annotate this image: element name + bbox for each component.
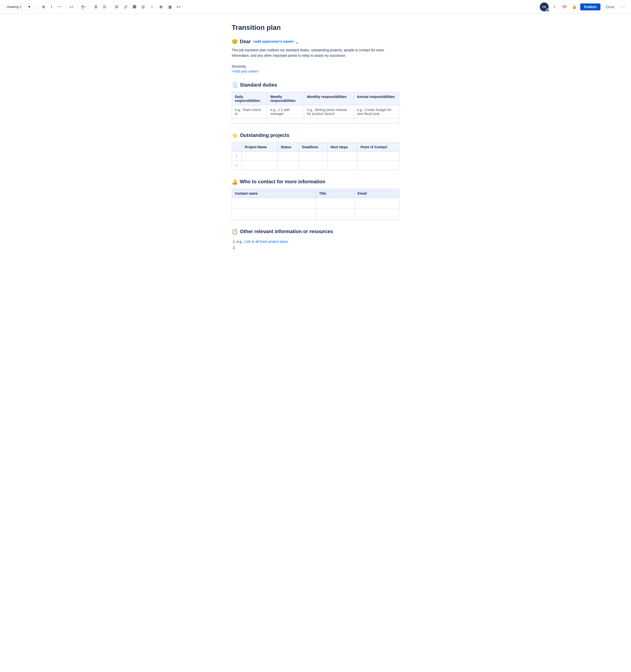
image-icon: 🖼 — [133, 5, 136, 9]
td-weekly-2[interactable] — [267, 118, 304, 123]
table-row — [232, 198, 399, 209]
insert-more-button[interactable]: + ▼ — [175, 3, 183, 11]
list-item-2[interactable] — [236, 245, 399, 251]
td-monthly-2[interactable] — [304, 118, 354, 123]
task-button[interactable]: ☑ — [112, 3, 121, 11]
standard-duties-heading: 🗒️ Standard duties — [232, 82, 399, 88]
greeting-emoji: 😊 — [232, 39, 238, 44]
td-contact-email-2[interactable] — [354, 209, 399, 220]
td-weekly-1[interactable]: e.g., 1:1 with manager — [267, 105, 304, 118]
avatar-initials: CK — [542, 5, 546, 8]
outstanding-projects-section: ⭐ Outstanding projects Project Name Stat… — [232, 133, 399, 170]
th-point-of-contact: Point of Contact — [357, 142, 399, 151]
layout-button[interactable]: ▥ — [166, 3, 174, 11]
doc-title[interactable]: Transition plan — [232, 24, 399, 31]
color-button[interactable]: A ▼ — [80, 3, 87, 11]
emoji-button[interactable]: ☺ — [148, 3, 156, 11]
table-row: e.g., Team check in e.g., 1:1 with manag… — [232, 105, 399, 118]
td-project-name-1[interactable] — [242, 151, 278, 161]
mention-icon: @ — [142, 5, 145, 9]
td-contact-name-1[interactable] — [232, 198, 316, 209]
standard-duties-table: Daily responsibilities Weekly responsibi… — [232, 92, 399, 124]
th-next-steps: Next steps — [327, 142, 357, 151]
italic-button[interactable]: I — [48, 3, 55, 11]
th-contact-name: Contact name — [232, 189, 316, 198]
contacts-heading: 🔔 Who to contact for more information — [232, 179, 399, 185]
link-button[interactable]: 🔗 — [122, 3, 129, 11]
image-button[interactable]: 🖼 — [130, 3, 138, 11]
contacts-title: Who to contact for more information — [240, 179, 325, 185]
td-poc-2[interactable] — [357, 161, 399, 170]
intro-paragraph[interactable]: This job transition plan outlines my sta… — [232, 47, 399, 58]
th-status: Status — [278, 142, 299, 151]
bullet-list-button[interactable]: ☰ — [92, 3, 100, 11]
lock-button[interactable]: 🔒 — [570, 3, 578, 11]
td-annual-2[interactable] — [354, 118, 399, 123]
standard-duties-section: 🗒️ Standard duties Daily responsibilitie… — [232, 82, 399, 124]
table-button[interactable]: ⊞ — [157, 3, 165, 11]
standard-duties-title: Standard duties — [240, 82, 277, 88]
td-row-num-2: 2 — [232, 161, 242, 170]
divider-3 — [77, 4, 78, 10]
td-poc-1[interactable] — [357, 151, 399, 161]
mention-button[interactable]: @ — [139, 3, 147, 11]
td-status-2[interactable] — [278, 161, 299, 170]
heading-selector[interactable]: Heading 2 ▼ — [4, 4, 33, 10]
content-area: Transition plan 😊 Dear <add supervisor's… — [222, 24, 409, 271]
avatar[interactable]: CK G — [540, 2, 549, 11]
numbered-list-button[interactable]: ☷ — [101, 3, 108, 11]
standard-duties-emoji: 🗒️ — [232, 82, 238, 88]
td-contact-name-2[interactable] — [232, 209, 316, 220]
supervisor-name-placeholder[interactable]: <add supervisor's name> — [253, 40, 294, 43]
td-contact-email-1[interactable] — [354, 198, 399, 209]
outstanding-projects-emoji: ⭐ — [232, 133, 238, 138]
td-deadlines-2[interactable] — [299, 161, 327, 170]
td-project-name-2[interactable] — [242, 161, 278, 170]
close-button[interactable]: Close — [602, 3, 617, 10]
td-next-steps-2[interactable] — [327, 161, 357, 170]
add-collaborator-button[interactable]: + — [551, 3, 558, 11]
link-icon: 🔗 — [124, 5, 128, 9]
td-contact-title-1[interactable] — [316, 198, 354, 209]
more-format-button[interactable]: ··· — [55, 3, 64, 11]
greeting-text: Dear — [240, 39, 251, 44]
contacts-table: Contact name Title Email — [232, 189, 399, 220]
list-item-link-1[interactable]: Link to all team project plans — [244, 240, 288, 243]
td-daily-2[interactable] — [232, 118, 267, 123]
more-options-icon: ··· — [621, 4, 625, 9]
td-next-steps-1[interactable] — [327, 151, 357, 161]
table-icon: ⊞ — [159, 5, 162, 9]
template-button[interactable]: 🐶 — [560, 3, 569, 11]
td-monthly-1[interactable]: e.g., Writing press release for product … — [304, 105, 354, 118]
td-annual-1[interactable]: e.g., Create budget for new fiscal year — [354, 105, 399, 118]
emoji-icon: ☺ — [150, 5, 154, 9]
td-deadlines-1[interactable] — [299, 151, 327, 161]
lock-icon: 🔒 — [572, 4, 577, 9]
align-button[interactable]: ≡ ▼ — [68, 3, 75, 11]
other-resources-title: Other relevant information or resources — [240, 229, 333, 234]
th-weekly: Weekly responsibilities — [267, 92, 304, 105]
td-contact-title-2[interactable] — [316, 209, 354, 220]
table-header-row: Project Name Status Deadlines Next steps… — [232, 142, 399, 151]
outstanding-projects-title: Outstanding projects — [240, 133, 289, 138]
contacts-emoji: 🔔 — [232, 179, 238, 185]
td-status-1[interactable] — [278, 151, 299, 161]
more-options-button[interactable]: ··· — [619, 3, 627, 11]
toolbar-right: CK G + 🐶 🔒 Publish Close ··· — [540, 2, 627, 11]
th-email: Email — [354, 189, 399, 198]
th-annual: Annual responsibilities — [354, 92, 399, 105]
heading-label: Heading 2 — [7, 5, 21, 9]
greeting-line: 😊 Dear <add supervisor's name>, — [232, 39, 399, 44]
numbered-list-icon: ☷ — [103, 5, 106, 9]
publish-button[interactable]: Publish — [580, 3, 601, 10]
resources-list: e.g., Link to all team project plans — [232, 239, 399, 251]
align-chevron: ▼ — [72, 6, 74, 8]
bullet-list-icon: ☰ — [94, 5, 97, 9]
name-placeholder[interactable]: <Add your name> — [232, 69, 259, 73]
td-daily-1[interactable]: e.g., Team check in — [232, 105, 267, 118]
table-row: 1 — [232, 151, 399, 161]
bold-button[interactable]: B — [40, 3, 48, 11]
sincerely-text: Sincerely, — [232, 64, 399, 68]
divider-2 — [65, 4, 66, 10]
table-header-row: Contact name Title Email — [232, 189, 399, 198]
